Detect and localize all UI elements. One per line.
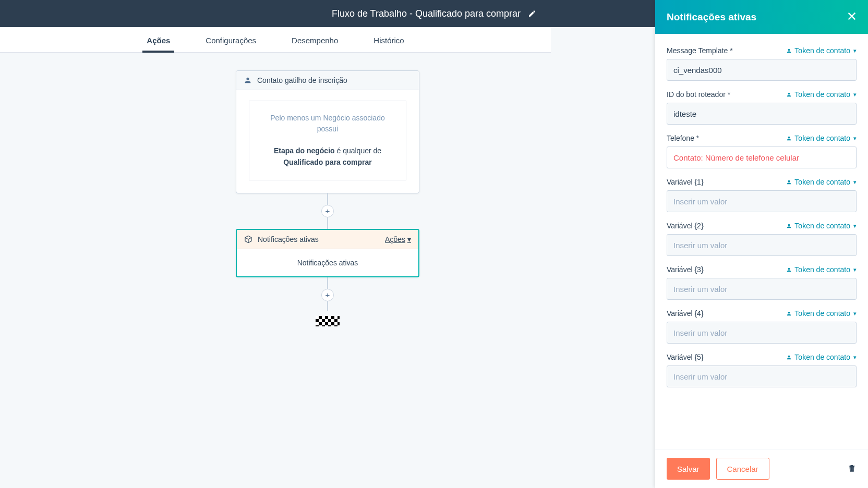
trigger-node[interactable]: Contato gatilho de inscrição Pelo menos … bbox=[236, 70, 419, 193]
field-label-row: Telefone *Token de contato▾ bbox=[667, 134, 857, 142]
field-input[interactable] bbox=[667, 234, 857, 256]
panel-body: Message Template *Token de contato▾ID do… bbox=[655, 34, 868, 449]
action-node-menu[interactable]: Ações ▾ bbox=[385, 235, 411, 243]
workflow-title: Fluxo de Trabalho - Qualificado para com… bbox=[332, 8, 521, 19]
field-label-row: Variável {2}Token de contato▾ bbox=[667, 222, 857, 230]
trigger-criteria: Pelo menos um Negócio associado possui E… bbox=[249, 101, 406, 180]
connector-line bbox=[327, 277, 328, 289]
contact-icon bbox=[244, 76, 252, 84]
field-label-row: Variável {4}Token de contato▾ bbox=[667, 309, 857, 318]
field-input[interactable] bbox=[667, 59, 857, 81]
token-link-label: Token de contato bbox=[794, 265, 850, 274]
form-field: Telefone *Token de contato▾ bbox=[667, 134, 857, 168]
contact-token-link[interactable]: Token de contato▾ bbox=[786, 90, 857, 99]
caret-down-icon: ▾ bbox=[407, 235, 411, 243]
form-field: Variável {3}Token de contato▾ bbox=[667, 265, 857, 300]
caret-down-icon: ▾ bbox=[853, 47, 857, 54]
close-icon[interactable] bbox=[846, 10, 858, 22]
trigger-bold1: Etapa do negócio bbox=[274, 147, 335, 155]
panel-footer: Salvar Cancelar bbox=[655, 449, 868, 488]
panel-header: Notificações ativas bbox=[655, 0, 868, 34]
trigger-node-title: Contato gatilho de inscrição bbox=[257, 76, 347, 84]
action-node-title: Notificações ativas bbox=[258, 235, 319, 243]
field-label: Variável {1} bbox=[667, 178, 704, 186]
trigger-line1: Pelo menos um Negócio associado possui bbox=[263, 113, 392, 135]
action-node-body: Notificações ativas bbox=[237, 249, 418, 276]
action-node-head: Notificações ativas Ações ▾ bbox=[237, 230, 418, 249]
side-panel: Notificações ativas Message Template *To… bbox=[655, 0, 868, 488]
contact-token-link[interactable]: Token de contato▾ bbox=[786, 178, 857, 186]
connector-line bbox=[327, 217, 328, 229]
field-input[interactable] bbox=[667, 190, 857, 212]
field-input[interactable] bbox=[667, 365, 857, 387]
token-link-label: Token de contato bbox=[794, 134, 850, 142]
contact-token-link[interactable]: Token de contato▾ bbox=[786, 134, 857, 142]
trash-icon[interactable] bbox=[847, 463, 857, 474]
form-field: Variável {1}Token de contato▾ bbox=[667, 178, 857, 212]
caret-down-icon: ▾ bbox=[853, 266, 857, 273]
contact-token-link[interactable]: Token de contato▾ bbox=[786, 222, 857, 230]
caret-down-icon: ▾ bbox=[853, 91, 857, 98]
trigger-bold2: Qualificado para comprar bbox=[283, 158, 372, 166]
cancel-button[interactable]: Cancelar bbox=[716, 458, 769, 480]
connector-line bbox=[327, 301, 328, 311]
contact-token-link[interactable]: Token de contato▾ bbox=[786, 265, 857, 274]
field-input[interactable] bbox=[667, 322, 857, 344]
form-field: Variável {5}Token de contato▾ bbox=[667, 353, 857, 387]
field-label-row: Variável {5}Token de contato▾ bbox=[667, 353, 857, 361]
trigger-line2: Etapa do negócio é qualquer de Qualifica… bbox=[263, 145, 392, 168]
field-label: Variável {4} bbox=[667, 309, 704, 318]
field-label: Variável {5} bbox=[667, 353, 704, 361]
field-label-row: ID do bot roteador *Token de contato▾ bbox=[667, 90, 857, 99]
field-input[interactable] bbox=[667, 147, 857, 168]
caret-down-icon: ▾ bbox=[853, 179, 857, 186]
save-button[interactable]: Salvar bbox=[667, 458, 710, 480]
field-input[interactable] bbox=[667, 103, 857, 125]
field-label: Telefone * bbox=[667, 134, 699, 142]
tab-historico[interactable]: Histórico bbox=[369, 29, 408, 52]
trigger-node-body: Pelo menos um Negócio associado possui E… bbox=[236, 90, 419, 193]
tab-configuracoes[interactable]: Configurações bbox=[201, 29, 260, 52]
field-label: Variável {2} bbox=[667, 222, 704, 230]
contact-token-link[interactable]: Token de contato▾ bbox=[786, 309, 857, 318]
form-field: Message Template *Token de contato▾ bbox=[667, 46, 857, 81]
action-node[interactable]: Notificações ativas Ações ▾ Notificações… bbox=[236, 229, 419, 277]
cube-icon bbox=[244, 235, 252, 243]
add-action-button[interactable]: + bbox=[321, 289, 334, 301]
form-field: ID do bot roteador *Token de contato▾ bbox=[667, 90, 857, 125]
caret-down-icon: ▾ bbox=[853, 354, 857, 361]
tab-desempenho[interactable]: Desempenho bbox=[287, 29, 342, 52]
field-label: Variável {3} bbox=[667, 265, 704, 274]
field-label-row: Variável {1}Token de contato▾ bbox=[667, 178, 857, 186]
workflow-title-wrap: Fluxo de Trabalho - Qualificado para com… bbox=[332, 8, 536, 19]
contact-token-link[interactable]: Token de contato▾ bbox=[786, 353, 857, 361]
action-node-menu-label: Ações bbox=[385, 235, 405, 243]
add-action-button[interactable]: + bbox=[321, 205, 334, 217]
token-link-label: Token de contato bbox=[794, 222, 850, 230]
form-field: Variável {4}Token de contato▾ bbox=[667, 309, 857, 344]
token-link-label: Token de contato bbox=[794, 353, 850, 361]
panel-title: Notificações ativas bbox=[667, 11, 756, 23]
token-link-label: Token de contato bbox=[794, 90, 850, 99]
connector-line bbox=[327, 193, 328, 205]
field-label: ID do bot roteador * bbox=[667, 90, 730, 99]
form-field: Variável {2}Token de contato▾ bbox=[667, 222, 857, 256]
pencil-icon[interactable] bbox=[528, 9, 536, 18]
caret-down-icon: ▾ bbox=[853, 223, 857, 229]
contact-token-link[interactable]: Token de contato▾ bbox=[786, 46, 857, 55]
token-link-label: Token de contato bbox=[794, 46, 850, 55]
finish-flag-icon bbox=[316, 316, 340, 326]
caret-down-icon: ▾ bbox=[853, 310, 857, 317]
field-label-row: Variável {3}Token de contato▾ bbox=[667, 265, 857, 274]
caret-down-icon: ▾ bbox=[853, 135, 857, 142]
trigger-mid: é qualquer de bbox=[335, 147, 382, 155]
token-link-label: Token de contato bbox=[794, 309, 850, 318]
field-label: Message Template * bbox=[667, 46, 733, 55]
tabbar: Ações Configurações Desempenho Histórico bbox=[0, 27, 551, 53]
field-input[interactable] bbox=[667, 278, 857, 300]
trigger-node-head: Contato gatilho de inscrição bbox=[236, 71, 419, 90]
field-label-row: Message Template *Token de contato▾ bbox=[667, 46, 857, 55]
token-link-label: Token de contato bbox=[794, 178, 850, 186]
tab-acoes[interactable]: Ações bbox=[142, 29, 174, 52]
workflow-canvas: Contato gatilho de inscrição Pelo menos … bbox=[0, 53, 655, 488]
